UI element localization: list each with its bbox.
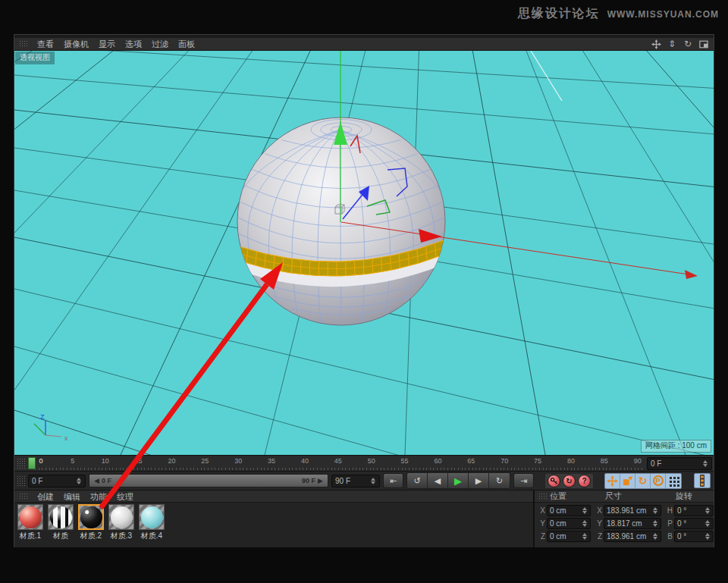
timeline-ruler[interactable]: 051015202530354045505560657075808590 [27,456,645,471]
viewport-menubar: 查看 摄像机 显示 选项 过滤 面板 ⇕ ↻ [14,38,714,51]
axis-x-label: x [64,434,68,442]
key-pla-toggle[interactable] [666,474,681,488]
drag-handle-icon[interactable] [17,458,25,469]
pos-z-field[interactable]: 0 cm [547,531,591,542]
material-thumbnail[interactable] [48,504,74,530]
menu-create[interactable]: 创建 [37,491,54,503]
viewport-pan-icon[interactable] [651,39,661,49]
stepper-icon[interactable] [705,532,711,541]
menu-texture[interactable]: 纹理 [117,491,133,503]
view-label[interactable]: 透视视图 [15,52,55,64]
range-end-grip[interactable]: 90 F ▶ [302,477,323,484]
material-manager: 创建 编辑 功能 纹理 材质.1 材质 材质 [14,491,533,547]
desktop-background: 思缘设计论坛 WWW.MISSYUAN.COM 查看 摄像机 显示 选项 过滤 … [0,0,728,583]
prev-key-button[interactable]: ↺ [407,473,428,488]
menu-function[interactable]: 功能 [90,491,107,503]
preview-range-slider[interactable]: ◀ 0 F 90 F ▶ [89,474,328,487]
pos-z-label: Z [538,532,545,541]
menu-panel[interactable]: 面板 [178,38,195,50]
menu-display[interactable]: 显示 [99,38,115,50]
material-menubar: 创建 编辑 功能 纹理 [14,491,533,503]
size-z-field[interactable]: 183.961 cm [604,531,661,542]
stepper-icon[interactable] [705,506,711,515]
material-thumbnail[interactable] [139,504,165,530]
bottom-panels: 创建 编辑 功能 纹理 材质.1 材质 材质 [14,490,714,547]
pla-dots-icon [668,475,679,487]
size-x-field[interactable]: 183.961 cm [604,505,661,516]
stepper-icon[interactable] [77,477,82,485]
stepper-icon[interactable] [705,519,711,528]
material-label: 材质.2 [80,531,102,541]
key-icon [550,477,558,485]
drag-handle-icon[interactable] [17,475,25,486]
drag-handle-icon[interactable] [19,40,27,48]
drag-handle-icon[interactable] [538,493,547,500]
material-item-red[interactable]: 材质.1 [16,504,45,546]
coordinates-manager: 位置 尺寸 旋转 X 0 cm X 183.961 cm H 0 ° Y 0 c… [535,491,714,547]
material-item-gray[interactable]: 材质.3 [107,504,136,546]
menu-options[interactable]: 选项 [125,38,142,50]
key-rotation-toggle[interactable]: ↻ [635,474,651,488]
autokey-button[interactable]: ↻ [563,475,576,487]
current-frame-field[interactable]: 0 F [28,475,86,487]
world-x-axis-arrow [685,270,698,279]
rot-b-field[interactable]: 0 ° [674,531,714,542]
parameter-icon: P [653,475,664,486]
stepper-icon[interactable] [653,532,658,541]
sphere-object[interactable] [233,118,450,325]
viewport-zoom-icon[interactable]: ⇕ [667,39,677,49]
pos-y-label: Y [538,519,545,528]
material-thumbnail[interactable] [108,504,134,530]
play-button[interactable]: ▶ [448,473,469,488]
material-thumbnail[interactable] [78,504,104,530]
material-label: 材质.1 [20,531,41,541]
viewport-toggle-icon[interactable] [698,39,709,49]
pos-y-field[interactable]: 0 cm [547,518,591,529]
range-start-grip[interactable]: ◀ 0 F [94,477,111,484]
key-parameter-toggle[interactable]: P [651,474,666,488]
menu-view[interactable]: 查看 [37,38,54,50]
timeline-tick-labels: 051015202530354045505560657075808590 [38,457,642,465]
header-size: 尺寸 [605,491,663,502]
goto-end-button[interactable]: ⇥ [513,473,534,488]
menu-camera[interactable]: 摄像机 [64,38,89,50]
goto-start-button[interactable]: ⇤ [383,473,403,488]
menu-filter[interactable]: 过滤 [152,38,168,50]
prev-frame-button[interactable]: ◀ [428,473,448,488]
stepper-icon[interactable] [371,477,376,485]
viewport-3d[interactable]: Z x 透视视图 网格间距 : 100 cm [14,51,714,455]
material-thumbnail[interactable] [17,504,43,530]
move-icon [607,475,618,487]
keyframe-help-button[interactable]: ? [578,475,591,487]
rot-h-field[interactable]: 0 ° [674,505,714,516]
menu-edit[interactable]: 编辑 [64,491,80,503]
rot-p-field[interactable]: 0 ° [674,518,714,529]
stepper-icon[interactable] [653,506,658,515]
stepper-icon[interactable] [653,519,658,528]
next-frame-button[interactable]: ▶ [469,473,489,488]
rot-p-label: P [663,519,673,528]
stepper-icon[interactable] [703,459,708,468]
keyframe-selection-tile[interactable] [694,473,711,488]
material-item-cyan[interactable]: 材质.4 [137,504,166,546]
drag-handle-icon[interactable] [19,493,27,500]
stepper-icon[interactable] [582,532,588,541]
size-x-label: X [592,506,602,515]
end-frame-field[interactable]: 0 F [647,457,712,470]
stepper-icon[interactable] [582,506,588,515]
material-item-black-selected[interactable]: 材质.2 [77,504,105,546]
next-key-button[interactable]: ↻ [489,473,510,488]
pos-x-field[interactable]: 0 cm [547,505,591,516]
header-position: 位置 [550,491,592,502]
viewport-rotate-icon[interactable]: ↻ [682,39,693,49]
timeline-playhead[interactable] [28,457,36,469]
material-item-striped[interactable]: 材质 [46,504,75,546]
max-frame-field[interactable]: 90 F [331,475,380,487]
record-button-group: ↻ ? [544,473,594,489]
viewport-nav-tools: ⇕ ↻ [651,39,709,49]
size-y-field[interactable]: 18.817 cm [604,518,661,529]
record-keyframe-button[interactable] [548,475,560,487]
key-scale-toggle[interactable] [620,474,635,488]
key-position-toggle[interactable] [605,474,620,488]
stepper-icon[interactable] [582,519,588,528]
